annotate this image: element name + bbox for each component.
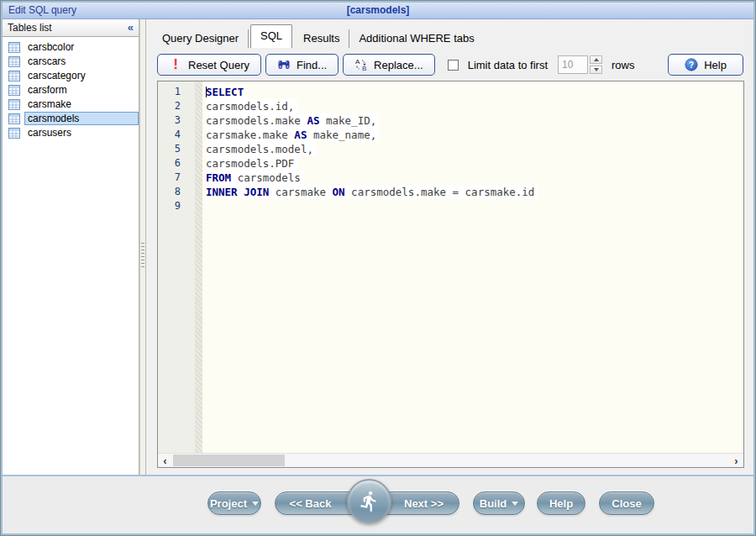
spinner-up-button[interactable] bbox=[590, 55, 602, 64]
sql-text: make_ID, bbox=[319, 114, 376, 127]
code-line[interactable]: carsmodels.PDF bbox=[202, 156, 743, 171]
build-label: Build bbox=[480, 497, 507, 510]
scroll-right-button[interactable]: › bbox=[729, 454, 743, 467]
tables-list-title: Tables list bbox=[8, 19, 52, 36]
spinner-down-button[interactable] bbox=[590, 66, 602, 74]
scroll-left-button[interactable]: ‹ bbox=[158, 454, 172, 467]
code-text: carsmake.make AS make_name, bbox=[206, 128, 380, 142]
sql-keyword: AS bbox=[294, 129, 307, 141]
project-button[interactable]: Project bbox=[207, 491, 261, 515]
line-number: 8 bbox=[158, 185, 195, 199]
table-icon bbox=[8, 41, 20, 52]
sidebar-item-carsmake[interactable]: carsmake bbox=[3, 97, 139, 111]
up-arrow-icon bbox=[594, 58, 599, 61]
next-label: Next >> bbox=[404, 497, 444, 510]
code-line[interactable]: carsmodels.make AS make_ID, bbox=[202, 113, 743, 128]
code-text: carsmodels.id, bbox=[206, 99, 297, 113]
horizontal-scrollbar[interactable]: ‹ › bbox=[158, 453, 743, 467]
sidebar-item-carsusers[interactable]: carsusers bbox=[3, 125, 139, 139]
find-button[interactable]: Find... bbox=[265, 54, 339, 76]
sidebar-item-carsbcolor[interactable]: carsbcolor bbox=[3, 39, 139, 54]
code-line[interactable] bbox=[202, 199, 743, 213]
table-list: carsbcolorcarscarscarscategorycarsformca… bbox=[3, 37, 139, 139]
sql-text: carsmodels.make = carsmake.id bbox=[345, 186, 535, 198]
sql-editor: 123456789 SELECTcarsmodels.id,carsmodels… bbox=[157, 81, 744, 468]
code-text: carsmodels.model, bbox=[206, 142, 317, 156]
tab-query-designer[interactable]: Query Designer bbox=[153, 29, 249, 48]
sql-text: carsmake bbox=[269, 186, 332, 198]
code-text: INNER JOIN carsmake ON carsmodels.make =… bbox=[206, 185, 538, 199]
sql-text: make_name, bbox=[307, 129, 376, 141]
svg-text:B: B bbox=[362, 65, 366, 71]
code-text: SELECT bbox=[206, 85, 247, 99]
edit-sql-query-window: Edit SQL query [carsmodels] Tables list … bbox=[0, 0, 756, 536]
document-title: [carsmodels] bbox=[3, 3, 753, 18]
tab-additional-where-tabs[interactable]: Additional WHERE tabs bbox=[349, 29, 483, 48]
table-icon bbox=[8, 98, 20, 109]
sidebar-item-carscategory[interactable]: carscategory bbox=[3, 68, 139, 82]
code-line[interactable]: SELECT bbox=[202, 85, 743, 99]
line-number: 7 bbox=[158, 171, 195, 185]
sql-text: carsmodels.model, bbox=[206, 143, 313, 155]
run-button[interactable] bbox=[347, 479, 391, 523]
splitter-grip-icon bbox=[141, 243, 144, 268]
code-area[interactable]: SELECTcarsmodels.id,carsmodels.make AS m… bbox=[202, 81, 743, 453]
line-number: 3 bbox=[158, 113, 195, 128]
down-arrow-icon bbox=[594, 68, 599, 71]
collapse-sidebar-icon[interactable]: « bbox=[128, 19, 134, 35]
sql-keyword: AS bbox=[307, 114, 319, 127]
line-number-gutter: 123456789 bbox=[158, 81, 195, 453]
sidebar-item-label: carsmodels bbox=[24, 112, 139, 125]
code-line[interactable]: carsmodels.id, bbox=[202, 99, 743, 113]
close-button[interactable]: Close bbox=[599, 491, 654, 515]
tab-sql[interactable]: SQL bbox=[250, 24, 292, 48]
sidebar-item-carsform[interactable]: carsform bbox=[3, 82, 139, 97]
back-label: << Back bbox=[290, 497, 332, 510]
limit-rows-label: Limit data to first bbox=[468, 59, 548, 71]
sidebar-item-carsmodels[interactable]: carsmodels bbox=[3, 111, 139, 125]
tab-results[interactable]: Results bbox=[294, 29, 349, 48]
reset-query-label: Reset Query bbox=[188, 59, 249, 71]
sql-keyword: INNER JOIN bbox=[206, 186, 269, 198]
sidebar-item-label: carsusers bbox=[24, 126, 139, 139]
main-panel: Query DesignerSQLResultsAdditional WHERE… bbox=[146, 19, 753, 475]
help-button[interactable]: ? Help bbox=[668, 54, 743, 76]
limit-rows-checkbox[interactable] bbox=[448, 60, 459, 71]
rows-count-input[interactable] bbox=[558, 55, 588, 74]
sidebar-item-label: carscategory bbox=[24, 69, 139, 82]
help-label: Help bbox=[704, 59, 727, 71]
code-line[interactable]: INNER JOIN carsmake ON carsmodels.make =… bbox=[202, 185, 743, 199]
sql-keyword: ON bbox=[333, 186, 345, 198]
tables-sidebar: Tables list « carsbcolorcarscarscarscate… bbox=[3, 19, 139, 475]
sidebar-item-label: carsmake bbox=[24, 97, 139, 111]
fold-margin bbox=[195, 81, 202, 453]
footer-bar: Project << Back Next >> Build Help bbox=[3, 475, 753, 533]
reset-query-button[interactable]: ! Reset Query bbox=[157, 54, 261, 76]
code-line[interactable]: carsmodels.model, bbox=[202, 142, 743, 156]
project-label: Project bbox=[210, 497, 247, 510]
code-text: FROM carsmodels bbox=[206, 171, 304, 185]
sidebar-splitter[interactable] bbox=[139, 19, 146, 475]
line-number: 2 bbox=[158, 99, 195, 113]
sql-text: carsmake.make bbox=[206, 129, 294, 141]
code-line[interactable]: carsmake.make AS make_name, bbox=[202, 128, 743, 142]
code-line[interactable]: FROM carsmodels bbox=[202, 171, 743, 185]
help-footer-button[interactable]: Help bbox=[537, 491, 585, 515]
scrollbar-thumb[interactable] bbox=[173, 455, 285, 466]
line-number: 5 bbox=[158, 142, 195, 156]
tab-bar: Query DesignerSQLResultsAdditional WHERE… bbox=[153, 24, 484, 48]
table-icon bbox=[8, 55, 20, 66]
table-icon bbox=[8, 84, 20, 95]
sidebar-item-carscars[interactable]: carscars bbox=[3, 54, 139, 68]
sidebar-item-label: carsbcolor bbox=[24, 40, 139, 54]
close-label: Close bbox=[612, 497, 641, 510]
code-text: carsmodels.PDF bbox=[206, 156, 297, 171]
table-icon bbox=[8, 113, 20, 123]
help-icon: ? bbox=[685, 58, 698, 71]
line-number: 1 bbox=[158, 85, 195, 99]
build-button[interactable]: Build bbox=[473, 491, 525, 515]
sidebar-item-label: carsform bbox=[24, 83, 139, 97]
replace-button[interactable]: A B Replace... bbox=[343, 54, 435, 76]
line-number: 4 bbox=[158, 128, 195, 142]
sidebar-item-label: carscars bbox=[24, 55, 139, 68]
